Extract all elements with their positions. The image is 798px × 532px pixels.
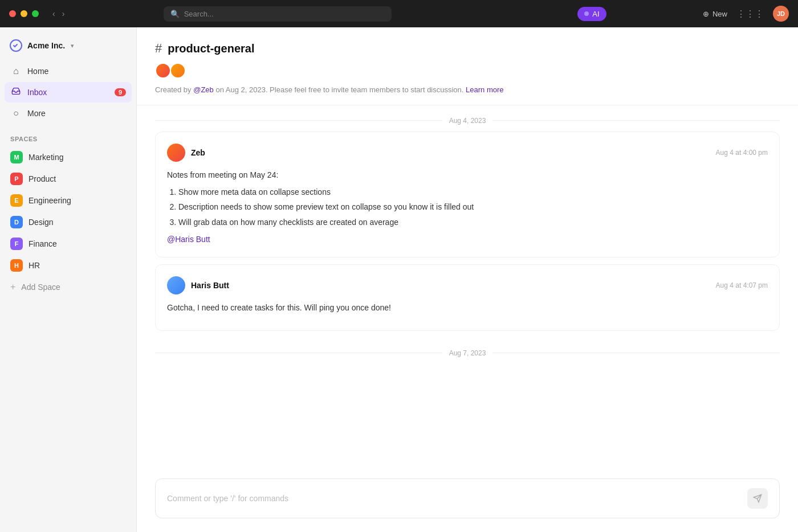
inbox-icon bbox=[10, 87, 22, 98]
sidebar-item-home-label: Home bbox=[27, 67, 48, 76]
message-list: Show more meta data on collapse sections… bbox=[167, 186, 768, 228]
learn-more-link[interactable]: Learn more bbox=[466, 85, 503, 94]
sidebar-item-design[interactable]: D Design bbox=[5, 212, 132, 232]
channel-header: # product-general Created by @Zeb on Aug… bbox=[137, 27, 798, 105]
sidebar-item-home[interactable]: ⌂ Home bbox=[5, 62, 132, 81]
traffic-light-red[interactable] bbox=[9, 10, 16, 17]
workspace-header[interactable]: Acme Inc. ▾ bbox=[0, 34, 136, 62]
sidebar-item-product[interactable]: P Product bbox=[5, 169, 132, 189]
timestamp-zeb: Aug 4 at 4:00 pm bbox=[716, 149, 768, 157]
more-icon: ○ bbox=[10, 108, 22, 118]
divider-line-right bbox=[492, 120, 780, 121]
description-middle: on Aug 2, 2023. Please feel free to invi… bbox=[214, 85, 466, 94]
author-row-zeb: Zeb bbox=[167, 144, 205, 162]
description-author[interactable]: @Zeb bbox=[193, 85, 214, 94]
sidebar-item-hr[interactable]: H HR bbox=[5, 255, 132, 276]
user-avatar[interactable]: JD bbox=[773, 6, 789, 22]
finance-label: Finance bbox=[28, 239, 57, 248]
message-card-haris: Haris Butt Aug 4 at 4:07 pm Gotcha, I ne… bbox=[155, 264, 780, 330]
spaces-section: Spaces M Marketing P Product E Engineeri… bbox=[0, 124, 136, 298]
sidebar-item-marketing[interactable]: M Marketing bbox=[5, 147, 132, 167]
sidebar-item-engineering[interactable]: E Engineering bbox=[5, 190, 132, 211]
search-placeholder: Search... bbox=[184, 10, 214, 18]
product-badge: P bbox=[10, 173, 23, 185]
titlebar-right: ⊕ New ⋮⋮⋮ JD bbox=[703, 6, 789, 22]
sidebar: Acme Inc. ▾ ⌂ Home Inbox 9 ○ More bbox=[0, 27, 137, 532]
new-button[interactable]: ⊕ New bbox=[703, 10, 727, 18]
divider-line-left-2 bbox=[155, 353, 442, 353]
search-bar[interactable]: 🔍 Search... bbox=[164, 6, 392, 22]
search-icon: 🔍 bbox=[170, 10, 180, 18]
list-item: Show more meta data on collapse sections bbox=[178, 186, 768, 198]
message-body-zeb: Notes from meeting on May 24: Show more … bbox=[167, 169, 768, 246]
design-badge: D bbox=[10, 216, 23, 228]
sidebar-item-finance[interactable]: F Finance bbox=[5, 234, 132, 254]
channel-members bbox=[155, 63, 780, 79]
engineering-badge: E bbox=[10, 194, 23, 207]
channel-title-row: # product-general bbox=[155, 41, 780, 56]
author-row-haris: Haris Butt bbox=[167, 276, 229, 294]
workspace-name: Acme Inc. bbox=[27, 41, 65, 50]
finance-badge: F bbox=[10, 238, 23, 250]
message-text-haris: Gotcha, I need to create tasks for this.… bbox=[167, 301, 768, 314]
new-label: New bbox=[712, 10, 727, 18]
member-avatar-1 bbox=[155, 63, 171, 79]
sidebar-item-more[interactable]: ○ More bbox=[5, 104, 132, 123]
channel-description: Created by @Zeb on Aug 2, 2023. Please f… bbox=[155, 84, 780, 96]
content-area: # product-general Created by @Zeb on Aug… bbox=[137, 27, 798, 532]
avatar-haris bbox=[167, 276, 185, 294]
ai-button[interactable]: AI bbox=[577, 7, 606, 21]
date-divider-aug7: Aug 7, 2023 bbox=[155, 338, 780, 364]
comment-placeholder: Comment or type '/' for commands bbox=[167, 494, 740, 503]
add-space-icon: + bbox=[10, 282, 15, 292]
inbox-badge: 9 bbox=[115, 88, 126, 96]
workspace-logo bbox=[9, 39, 23, 52]
forward-arrow[interactable]: › bbox=[60, 8, 67, 19]
send-button[interactable] bbox=[747, 488, 768, 509]
ai-label: AI bbox=[592, 10, 599, 18]
author-name-haris: Haris Butt bbox=[191, 281, 229, 290]
traffic-lights bbox=[9, 10, 39, 17]
design-label: Design bbox=[28, 218, 54, 227]
author-name-zeb: Zeb bbox=[191, 148, 205, 157]
message-header-haris: Haris Butt Aug 4 at 4:07 pm bbox=[167, 276, 768, 294]
traffic-light-green[interactable] bbox=[32, 10, 39, 17]
comment-area: Comment or type '/' for commands bbox=[137, 469, 798, 532]
marketing-badge: M bbox=[10, 151, 23, 163]
titlebar: ‹ › 🔍 Search... AI ⊕ New ⋮⋮⋮ JD bbox=[0, 0, 798, 27]
channel-hash: # bbox=[155, 41, 162, 56]
sidebar-item-inbox[interactable]: Inbox 9 bbox=[5, 82, 132, 103]
comment-box[interactable]: Comment or type '/' for commands bbox=[155, 478, 780, 518]
engineering-label: Engineering bbox=[28, 196, 71, 205]
message-card-zeb: Zeb Aug 4 at 4:00 pm Notes from meeting … bbox=[155, 132, 780, 258]
product-label: Product bbox=[28, 174, 56, 183]
home-icon: ⌂ bbox=[10, 66, 22, 76]
sidebar-item-inbox-label: Inbox bbox=[27, 88, 47, 97]
traffic-light-yellow[interactable] bbox=[21, 10, 27, 17]
ai-indicator bbox=[584, 11, 589, 16]
add-space-label: Add Space bbox=[21, 283, 60, 292]
message-mention[interactable]: @Haris Butt bbox=[167, 235, 210, 244]
hr-badge: H bbox=[10, 259, 23, 272]
date-label-aug7: Aug 7, 2023 bbox=[449, 349, 486, 357]
divider-line-right-2 bbox=[492, 353, 780, 353]
list-item: Description needs to show some preview t… bbox=[178, 200, 768, 213]
new-icon: ⊕ bbox=[703, 10, 709, 18]
message-intro: Notes from meeting on May 24: bbox=[167, 169, 768, 181]
description-prefix: Created by bbox=[155, 85, 193, 94]
hr-label: HR bbox=[28, 261, 40, 270]
messages-area: Aug 4, 2023 Zeb Aug 4 at 4:00 pm Notes f… bbox=[137, 105, 798, 470]
message-body-haris: Gotcha, I need to create tasks for this.… bbox=[167, 301, 768, 314]
back-arrow[interactable]: ‹ bbox=[50, 8, 58, 19]
date-label-aug4: Aug 4, 2023 bbox=[449, 117, 486, 125]
send-icon bbox=[753, 494, 762, 503]
sidebar-nav: ⌂ Home Inbox 9 ○ More bbox=[0, 62, 136, 124]
marketing-label: Marketing bbox=[28, 153, 63, 162]
channel-name: product-general bbox=[168, 42, 254, 55]
grid-icon[interactable]: ⋮⋮⋮ bbox=[736, 9, 764, 19]
member-avatar-2 bbox=[170, 63, 186, 79]
main-layout: Acme Inc. ▾ ⌂ Home Inbox 9 ○ More bbox=[0, 27, 798, 532]
add-space-button[interactable]: + Add Space bbox=[5, 278, 132, 296]
spaces-label: Spaces bbox=[5, 133, 132, 147]
nav-arrows: ‹ › bbox=[50, 8, 67, 19]
